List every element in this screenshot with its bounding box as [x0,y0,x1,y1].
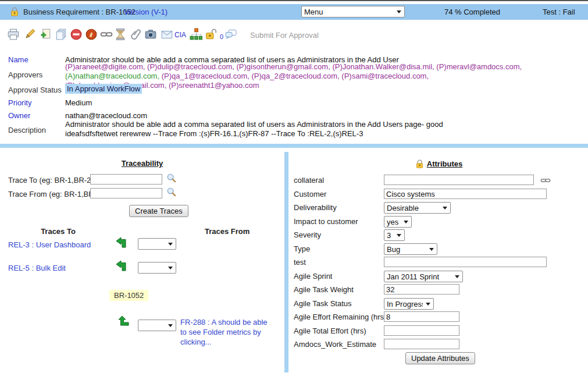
attribute-row: Agile Sprint Jan 2011 Sprint [289,271,588,283]
attribute-label: Agile Total Effort (hrs) [294,327,366,335]
attribute-row: Agile Task Weight [289,284,588,297]
attribute-label: Deliverability [294,203,337,212]
approver-email: (P)sreenatht1@yahoo.com [169,81,259,90]
customer-input[interactable] [384,189,547,199]
owner-value: nathan@tracecloud.com [65,111,147,120]
trace-to-input[interactable] [90,174,162,185]
test-input[interactable] [384,257,547,267]
attributes-title: Attributes [289,159,588,169]
unlock-icon[interactable] [205,28,218,41]
trace-type-select[interactable] [138,320,176,331]
trace-type-select-wrap [138,320,176,331]
attribute-label: Agile Task Status [294,299,351,308]
attribute-label: Agile Task Weight [294,285,354,294]
attribute-row: Agile Task Status In Progress [289,298,588,311]
collateral-input[interactable] [384,175,534,185]
trace-link-fr288[interactable]: FR-288 : A should be able to see Folder … [180,317,273,347]
camera-icon[interactable] [144,28,157,41]
trace-to-arrow-icon [115,260,128,272]
approver-email: (P)qa_2@tracecloud.com, [252,72,342,80]
trace-type-select[interactable] [138,262,176,274]
attribute-label: Agile Effort Remaining (hrs) [294,313,386,321]
comment-count: 0 [220,33,223,40]
trace-type-select[interactable] [138,238,176,250]
attribute-label: Agile Sprint [294,272,332,281]
search-icon[interactable] [166,187,176,197]
print-icon[interactable] [7,28,20,41]
menu-dropdown[interactable]: Menu [301,6,405,17]
search-icon[interactable] [166,173,176,183]
approval-status-value: In Approval WorkFlow [65,84,142,93]
trace-from-arrow-icon [117,315,130,328]
edit-icon[interactable] [23,28,36,41]
name-label[interactable]: Name [8,55,28,64]
agile-task-weight-input[interactable] [384,284,459,295]
attribute-label: Amdocs_Work_Estimate [294,340,376,349]
menu-dropdown-wrap: Menu [301,6,405,17]
traces-from-header: Traces From [205,227,250,236]
approval-status-label: Approval Status [8,86,62,94]
deny-icon[interactable] [85,28,98,41]
attribute-label: Type [294,244,310,253]
attribute-label: collateral [294,176,324,185]
attribute-label: Impact to customer [294,217,358,226]
attachment-icon[interactable] [130,28,143,41]
email-icon[interactable] [161,28,173,41]
impact-select-wrap: yes [384,216,412,228]
description-label: Description [8,126,46,134]
attributes-panel: Attributes collateral Customer Deliverab… [289,152,588,376]
version-link[interactable]: Version (V-1) [124,8,168,16]
trace-type-select-wrap [138,262,176,274]
attribute-label: Severity [294,230,321,239]
priority-label[interactable]: Priority [8,98,31,107]
approvers-label: Approvers [8,70,42,79]
approver-email: (A)nathan@tracecloud.com, [65,72,162,80]
trace-from-input[interactable] [90,188,162,198]
hierarchy-icon[interactable] [190,28,202,41]
current-requirement-chip: BR-1052 [109,290,148,301]
link-icon[interactable] [540,175,551,186]
traces-to-header: Traces To [34,227,83,236]
traceability-title: Traceability [0,159,284,168]
agile-task-status-select-wrap: In Progress [384,298,434,310]
trace-link-rel3[interactable]: REL-3 : User Dashboard [8,240,91,249]
attribute-row: Deliverability Desirable [289,202,588,215]
amdocs-work-estimate-input[interactable] [384,339,459,349]
trace-to-label: Trace To (eg: BR-1,BR-2) [8,176,94,185]
agile-effort-remaining-input[interactable] [384,311,459,322]
hourglass-icon[interactable] [114,28,127,41]
type-select[interactable]: Bug [384,243,437,255]
lock-icon [9,6,20,17]
approver-email: (P)dulip@tracecloud.com, [147,62,236,71]
page: Business Requirement : BR-1052 Version (… [0,0,588,376]
vertical-divider [284,152,288,373]
approver-email: (P)sami@tracecloud.com, [341,72,429,80]
update-attributes-button[interactable]: Update Attributes [405,352,475,364]
header-bar: Business Requirement : BR-1052 Version (… [0,4,588,20]
copy-icon[interactable] [55,28,67,41]
trace-type-select-wrap [138,238,176,250]
severity-select[interactable]: 3 [384,229,405,241]
lock-icon [415,159,425,169]
deliverability-select[interactable]: Desirable [384,202,451,214]
submit-for-approval-button[interactable]: Submit For Approval [250,31,319,40]
attribute-row: Agile Effort Remaining (hrs) [289,311,588,324]
owner-label[interactable]: Owner [8,111,30,120]
create-traces-button[interactable]: Create Traces [129,205,188,217]
copy-add-icon[interactable] [38,28,51,41]
horizontal-divider [0,144,588,148]
attribute-row: Customer [289,189,588,201]
agile-sprint-select[interactable]: Jan 2011 Sprint [384,271,463,282]
remove-icon[interactable] [70,28,83,41]
agile-task-status-select[interactable]: In Progress [384,298,434,310]
trace-link-rel5[interactable]: REL-5 : Bulk Edit [8,264,66,272]
traceability-panel: Traceability Trace To (eg: BR-1,BR-2) Tr… [0,152,284,376]
link-icon[interactable] [100,28,113,41]
impact-select[interactable]: yes [384,216,412,228]
attribute-label: test [294,258,306,267]
comments-icon[interactable] [224,28,237,41]
agile-total-effort-input[interactable] [384,325,459,336]
cia-button[interactable]: CIA [174,31,186,39]
description-value: Administrator should be able add a comma… [65,120,449,139]
trace-from-label: Trace From (eg: BR-1,BR-2) [8,190,104,198]
